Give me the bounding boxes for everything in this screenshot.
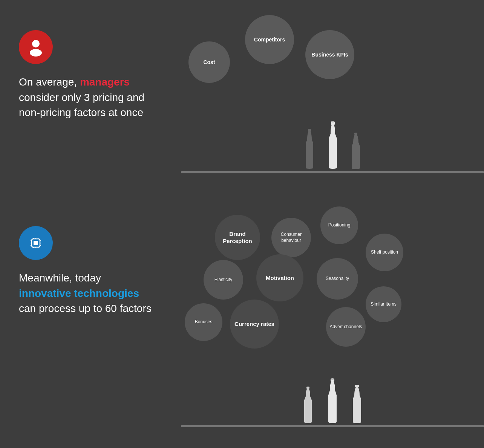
shelf-line-bottom bbox=[181, 425, 484, 427]
bottle-3 bbox=[347, 132, 365, 170]
bottle-b2 bbox=[323, 378, 342, 424]
svg-point-1 bbox=[30, 49, 42, 57]
svg-rect-4 bbox=[332, 121, 334, 122]
tech-icon bbox=[19, 226, 53, 260]
top-left-text: On average, managers consider only 3 pri… bbox=[0, 0, 181, 196]
top-right-visual: Competitors Cost Business KPIs bbox=[181, 0, 484, 196]
bottle-b1 bbox=[300, 386, 316, 424]
consumer-bubble: Consumer behaviour bbox=[271, 218, 311, 257]
svg-rect-2 bbox=[308, 129, 311, 132]
similar-items-bubble: Similar items bbox=[366, 286, 401, 322]
top-description: On average, managers consider only 3 pri… bbox=[19, 75, 166, 121]
shelf-line-top bbox=[181, 171, 484, 173]
elasticity-bubble: Elasticity bbox=[204, 260, 243, 300]
bottom-right-visual: Brand Perception Consumer behaviour Posi… bbox=[181, 196, 484, 448]
bottom-description: Meanwhile, today innovative technologies… bbox=[19, 271, 166, 317]
bottle-2 bbox=[323, 121, 343, 170]
svg-rect-23 bbox=[355, 385, 359, 387]
svg-rect-7 bbox=[34, 241, 38, 245]
bottle-b3 bbox=[349, 384, 365, 424]
bottom-section: Meanwhile, today innovative technologies… bbox=[0, 196, 484, 448]
positioning-bubble: Positioning bbox=[320, 206, 358, 244]
bottle-1 bbox=[300, 128, 319, 170]
motivation-bubble: Motivation bbox=[256, 254, 303, 301]
brand-bubble: Brand Perception bbox=[215, 215, 260, 260]
person-icon bbox=[19, 30, 53, 64]
shelf-top bbox=[181, 121, 484, 173]
svg-point-0 bbox=[32, 40, 40, 47]
kpis-bubble: Business KPIs bbox=[305, 30, 354, 79]
currency-bubble: Currency rates bbox=[230, 300, 279, 349]
cost-bubble: Cost bbox=[188, 41, 230, 83]
bonuses-bubble: Bonuses bbox=[185, 303, 222, 341]
top-section: On average, managers consider only 3 pri… bbox=[0, 0, 484, 196]
svg-rect-20 bbox=[306, 387, 309, 389]
svg-rect-5 bbox=[354, 133, 357, 135]
shelf-position-bubble: Shelf position bbox=[366, 234, 403, 271]
advert-bubble: Advert channels bbox=[326, 307, 366, 347]
bottom-left-text: Meanwhile, today innovative technologies… bbox=[0, 196, 181, 448]
seasonality-bubble: Seasonality bbox=[317, 258, 358, 300]
competitors-bubble: Competitors bbox=[245, 15, 294, 64]
bottles-top bbox=[181, 121, 484, 171]
bottles-bottom bbox=[181, 378, 484, 425]
svg-rect-22 bbox=[331, 378, 334, 380]
shelf-bottom bbox=[181, 378, 484, 427]
